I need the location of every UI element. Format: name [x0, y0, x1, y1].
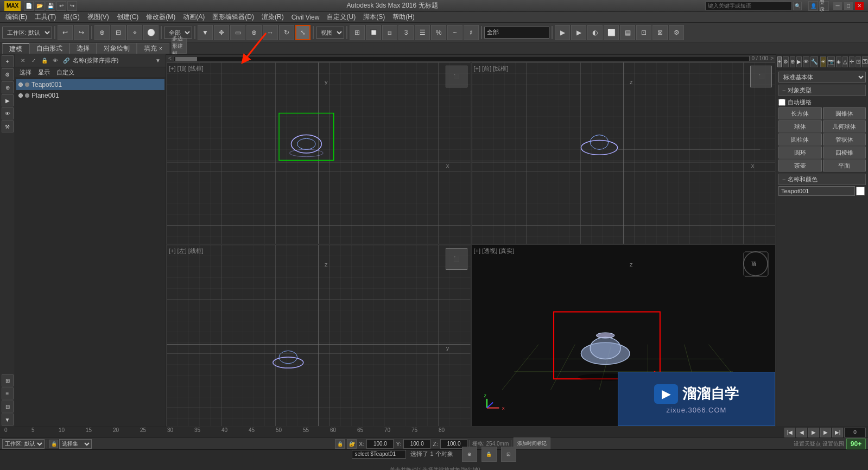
move-btn[interactable]: ↔: [263, 25, 278, 40]
render-frame-btn[interactable]: ⬜: [604, 25, 619, 40]
close-btn[interactable]: ✕: [855, 2, 864, 10]
rp-btn-pyramid[interactable]: 四棱锥: [823, 147, 866, 158]
extra-sidebar-3[interactable]: ⊟: [2, 401, 14, 412]
maxscript-input[interactable]: select $Teapot01: [352, 450, 406, 459]
extra2-btn[interactable]: ⚙: [669, 25, 684, 40]
user-icon[interactable]: 👤: [808, 1, 818, 11]
menu-group[interactable]: 组(G): [60, 12, 83, 22]
tab-populate-close[interactable]: ×: [159, 46, 162, 52]
prev-frame-btn[interactable]: ◀: [796, 428, 807, 437]
viewport-front[interactable]: [+] [前] [线框]: [471, 62, 776, 244]
scene-item-plane[interactable]: Plane001: [16, 90, 164, 101]
tab-freeform[interactable]: 自由形式: [29, 43, 69, 54]
rp-section-minus[interactable]: −: [782, 87, 785, 94]
rp-btn-sphere[interactable]: 球体: [778, 120, 822, 132]
search-icon[interactable]: 🔍: [793, 2, 802, 10]
rp-tab-hierarchy[interactable]: ⊕: [790, 56, 795, 67]
rotate-btn[interactable]: ↻: [279, 25, 294, 40]
scroll-left[interactable]: <: [168, 55, 172, 61]
rp-tab-display[interactable]: 👁: [803, 56, 809, 67]
transform-btn[interactable]: ⊕: [246, 25, 262, 40]
open-btn[interactable]: 📂: [35, 1, 45, 11]
filter-btn[interactable]: ▼: [198, 25, 213, 40]
menu-help[interactable]: 帮助(H): [389, 12, 418, 22]
display-btn[interactable]: 👁: [2, 107, 14, 119]
rp-icon-shape[interactable]: △: [842, 56, 848, 67]
nav-cube-top[interactable]: ⬛: [446, 66, 467, 87]
scene-item-teapot[interactable]: Teapot001: [16, 79, 164, 90]
sel-lock-btn[interactable]: 🔒: [49, 440, 58, 448]
mirror-btn[interactable]: ⧈: [382, 25, 397, 40]
lock-icon[interactable]: 🔒: [335, 439, 345, 449]
create-panel-btn[interactable]: +: [2, 55, 14, 67]
rp-icon-space[interactable]: ⊡: [856, 56, 861, 67]
rp-category-dropdown[interactable]: 标准基本体: [778, 72, 866, 82]
select-btn[interactable]: ⊕: [94, 25, 110, 40]
rp-namecolor-minus[interactable]: −: [782, 176, 785, 183]
workspace-select[interactable]: 工作区: 默认: [2, 439, 45, 449]
render-btn[interactable]: ▶: [571, 25, 586, 40]
scroll-thumb[interactable]: [175, 57, 197, 61]
select-move-btn[interactable]: ✥: [214, 25, 229, 40]
minimize-btn[interactable]: ─: [833, 2, 842, 10]
maximize-btn[interactable]: □: [844, 2, 853, 10]
scene-menu-select[interactable]: 选择: [17, 68, 34, 78]
scroll-right[interactable]: >: [770, 55, 774, 61]
bottom-icon2[interactable]: 🔒: [481, 447, 497, 462]
bottom-icon1[interactable]: ⊕: [462, 447, 477, 462]
search-input[interactable]: [705, 2, 792, 10]
nav-cube-front[interactable]: ⬛: [750, 66, 772, 87]
redo-toolbar-btn[interactable]: ↪: [74, 25, 89, 40]
nav-cube-persp[interactable]: 顶: [741, 249, 771, 279]
menu-customize[interactable]: 自定义(U): [324, 12, 359, 22]
scene-filter-x[interactable]: ✕: [18, 56, 27, 65]
rp-icon-geo[interactable]: ◈: [836, 56, 841, 67]
media-btn[interactable]: ⊡: [636, 25, 651, 40]
undo-toolbar-btn[interactable]: ↩: [58, 25, 73, 40]
tab-selection[interactable]: 选择: [69, 43, 97, 54]
menu-create[interactable]: 创建(C): [113, 12, 142, 22]
undo-btn[interactable]: ↩: [56, 1, 66, 11]
rp-tab-modify[interactable]: ⚙: [783, 56, 789, 67]
scene-filter-eye[interactable]: 👁: [51, 56, 60, 65]
tab-modeling[interactable]: 建模: [2, 43, 29, 54]
rp-icon-light[interactable]: ☀: [820, 56, 826, 67]
viewport-left[interactable]: [+] [左] [线框]: [166, 244, 471, 427]
next-frame-btn[interactable]: ▶: [820, 428, 831, 437]
align-btn[interactable]: 3: [398, 25, 414, 40]
signin-btn[interactable]: 登录: [819, 1, 829, 11]
viewport-perspective[interactable]: [+] [透视] [真实]: [471, 244, 776, 427]
motion-btn[interactable]: ▶: [2, 94, 14, 106]
rp-tab-create[interactable]: +: [777, 56, 782, 67]
scene-sort-btn[interactable]: ▼: [154, 56, 162, 65]
menu-view[interactable]: 视图(V): [84, 12, 112, 22]
viewport-top[interactable]: [+] [顶] [线框]: [166, 62, 471, 244]
viewport-dropdown[interactable]: 视图: [316, 27, 344, 39]
menu-tools[interactable]: 工具(T): [31, 12, 59, 22]
new-btn[interactable]: 📄: [24, 1, 34, 11]
menu-graph-editor[interactable]: 图形编辑器(D): [209, 12, 257, 22]
workspace-dropdown[interactable]: 工作区: 默认: [2, 27, 52, 39]
utilities-btn[interactable]: ⚒: [2, 120, 14, 132]
rp-tab-utils[interactable]: 🔧: [810, 56, 818, 67]
tab-populate[interactable]: 填充 ×: [137, 43, 169, 54]
rp-color-swatch[interactable]: [856, 187, 865, 195]
extra-sidebar-2[interactable]: ≡: [2, 388, 14, 399]
rp-object-name-input[interactable]: [778, 186, 855, 196]
layer-btn[interactable]: ☰: [415, 25, 430, 40]
rp-autogrid-check[interactable]: [778, 99, 785, 106]
bottom-icon3[interactable]: ⊡: [501, 447, 516, 462]
rp-btn-cylinder[interactable]: 圆柱体: [778, 134, 822, 145]
rp-btn-tube[interactable]: 管状体: [823, 134, 866, 145]
menu-modifier[interactable]: 修改器(M): [143, 12, 179, 22]
rp-icon-cam[interactable]: 📷: [827, 56, 835, 67]
rp-icon-helper[interactable]: ✛: [849, 56, 854, 67]
rp-btn-teapot[interactable]: 茶壶: [778, 160, 822, 172]
rp-tab-motion[interactable]: ▶: [796, 56, 802, 67]
paint-select-btn[interactable]: ⚪: [143, 25, 159, 40]
rp-btn-plane[interactable]: 平面: [823, 160, 866, 172]
snap-toggle-btn[interactable]: 🔲: [366, 25, 381, 40]
menu-script[interactable]: 脚本(S): [360, 12, 388, 22]
named-sel-field[interactable]: 全部: [484, 27, 549, 39]
extra-sidebar-1[interactable]: ⊞: [2, 374, 14, 386]
